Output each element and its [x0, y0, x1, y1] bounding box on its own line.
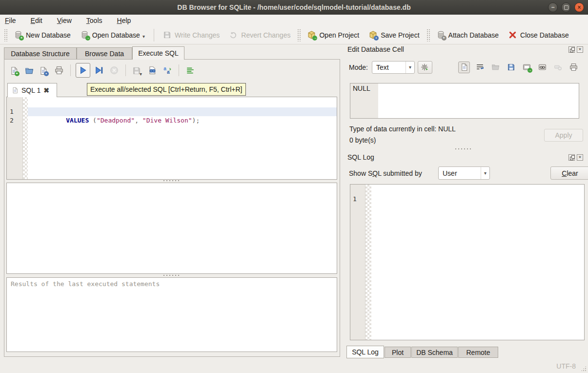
execute-all-icon [79, 66, 87, 75]
bottom-tab-db-schema[interactable]: DB Schema [411, 347, 458, 358]
sql-editor-toolbar: + ▪▾ ▾ [7, 62, 197, 79]
attach-database-button[interactable]: + Attach Database [432, 28, 504, 41]
mode-label: Mode: [349, 63, 368, 71]
open-database-dropdown-icon[interactable]: ▾ [142, 34, 145, 39]
new-database-button[interactable]: + New Database [9, 28, 76, 41]
maximize-button[interactable] [561, 2, 571, 12]
bottom-tab-plot[interactable]: Plot [385, 347, 411, 358]
word-wrap-toggle-button[interactable] [184, 64, 197, 77]
import-data-button[interactable] [489, 62, 501, 73]
close-dock-icon[interactable]: ✕ [577, 154, 583, 161]
find-in-sql-button[interactable] [146, 64, 159, 77]
tooltip-text: Execute all/selected SQL [Ctrl+Return, F… [90, 85, 243, 93]
toolbar-separator [125, 64, 126, 76]
export-data-button[interactable] [505, 62, 517, 73]
query-results-grid[interactable] [6, 183, 337, 274]
edit-cell-dock-header[interactable]: Edit Database Cell ✕ [343, 45, 584, 54]
encoding-indicator[interactable]: UTF-8 [556, 362, 576, 370]
auto-format-sql-button[interactable] [161, 64, 174, 77]
print-cell-button[interactable] [568, 62, 579, 73]
write-changes-button[interactable]: Write Changes [158, 28, 224, 41]
menu-help[interactable]: Help [117, 17, 131, 24]
word-wrap-button[interactable] [474, 62, 486, 73]
titlebar[interactable]: DB Browser for SQLite - /home/user/code/… [0, 0, 588, 15]
close-dock-icon[interactable]: ✕ [577, 46, 583, 53]
menu-file[interactable]: File [5, 17, 16, 24]
toolbar-drag-handle[interactable] [426, 29, 430, 41]
log-filter-value: User [443, 169, 457, 177]
revert-changes-icon [229, 31, 238, 39]
word-wrap-icon [476, 63, 484, 71]
close-database-button[interactable]: Close Database [504, 28, 574, 41]
sql-log-filter-row: Show SQL submitted by User ▾ Clear [349, 166, 584, 180]
export-icon [507, 63, 515, 71]
revert-changes-button[interactable]: Revert Changes [224, 28, 295, 41]
execute-current-line-button[interactable] [93, 64, 105, 77]
link-data-button[interactable] [536, 62, 548, 73]
toolbar-drag-handle[interactable] [4, 29, 7, 41]
stop-execution-button[interactable] [108, 64, 121, 77]
word-wrap-icon [186, 66, 195, 75]
sql-log-view[interactable]: 1 [350, 184, 585, 340]
apply-button[interactable]: Apply [544, 129, 583, 142]
new-sql-tab-button[interactable]: + [7, 64, 20, 77]
line-number: 1 [353, 195, 365, 204]
bottom-tab-remote-label: Remote [466, 349, 490, 356]
execute-current-line-icon [95, 66, 103, 75]
edit-cell-dock-title: Edit Database Cell [347, 45, 404, 53]
log-line-1: 1 [372, 186, 584, 195]
tab-database-structure[interactable]: Database Structure [4, 47, 77, 60]
clear-log-button[interactable]: Clear [550, 166, 588, 180]
bottom-tab-sql-log[interactable]: SQL Log [346, 346, 384, 358]
dock-splitter-handle[interactable] [343, 147, 584, 150]
set-null-button[interactable] [552, 62, 564, 73]
open-sql-file-button[interactable] [22, 64, 35, 77]
menu-tools[interactable]: Tools [86, 17, 102, 24]
open-database-button[interactable]: → Open Database ▾ [76, 28, 150, 41]
right-dock-area: Edit Database Cell ✕ Mode: Text ▾ → [343, 45, 584, 367]
splitter-handle[interactable] [6, 179, 337, 182]
cell-value-text: NULL [353, 84, 370, 92]
log-filter-select[interactable]: User ▾ [438, 166, 490, 180]
menu-view[interactable]: View [57, 17, 72, 24]
save-sql-file-button[interactable]: ▪▾ [38, 64, 50, 77]
float-dock-icon[interactable] [568, 154, 575, 161]
sql-log-dock-header[interactable]: SQL Log ✕ [343, 153, 584, 162]
write-changes-label: Write Changes [175, 31, 220, 39]
minimize-button[interactable]: − [548, 2, 558, 12]
chevron-down-icon: ▾ [481, 167, 489, 179]
save-project-icon: ▪ [369, 31, 377, 39]
cell-value-editor[interactable]: NULL [350, 83, 579, 119]
execute-all-button[interactable] [76, 63, 90, 78]
open-in-external-button[interactable]: → [521, 62, 532, 73]
maximize-icon [564, 5, 568, 10]
tab-execute-sql[interactable]: Execute SQL [132, 46, 184, 60]
open-project-button[interactable]: → Open Project [303, 28, 364, 41]
tab-browse-data[interactable]: Browse Data [77, 47, 132, 60]
splitter-handle[interactable] [6, 274, 337, 277]
cell-mode-row: Mode: Text ▾ [349, 61, 432, 74]
float-dock-icon[interactable] [568, 46, 575, 53]
sql-editor-tab-label: SQL 1 [21, 86, 41, 94]
save-results-button[interactable]: ▾ [131, 64, 143, 77]
log-line-number-gutter [350, 185, 365, 340]
apply-mode-button[interactable] [418, 61, 432, 74]
close-button[interactable]: × [574, 2, 584, 12]
text-view-toggle-button[interactable] [458, 62, 470, 73]
sql-editor-tab[interactable]: SQL 1 ✖ [7, 83, 57, 97]
bottom-tab-remote[interactable]: Remote [458, 347, 498, 358]
close-sql-tab-icon[interactable]: ✖ [43, 86, 49, 94]
save-project-button[interactable]: ▪ Save Project [364, 28, 424, 41]
code-line-1[interactable]: 1INSERT INTO "hero" ("name", "secret_nam… [28, 99, 337, 107]
sql-code-editor[interactable]: 1INSERT INTO "hero" ("name", "secret_nam… [6, 97, 337, 180]
toolbar-drag-handle[interactable] [297, 29, 301, 41]
mode-select[interactable]: Text ▾ [372, 61, 415, 74]
cell-editor-toolbar: → [458, 61, 579, 74]
menu-edit[interactable]: Edit [31, 17, 42, 24]
toolbar-separator [179, 64, 179, 76]
execution-status-pane[interactable]: Results of the last executed statements [6, 277, 337, 352]
code-line-2-current[interactable]: 2VALUES ("Deadpond", "Dive Wilson"); [28, 107, 337, 116]
save-project-label: Save Project [381, 31, 419, 39]
print-sql-button[interactable] [53, 64, 65, 77]
line-number: 1 [10, 107, 22, 116]
